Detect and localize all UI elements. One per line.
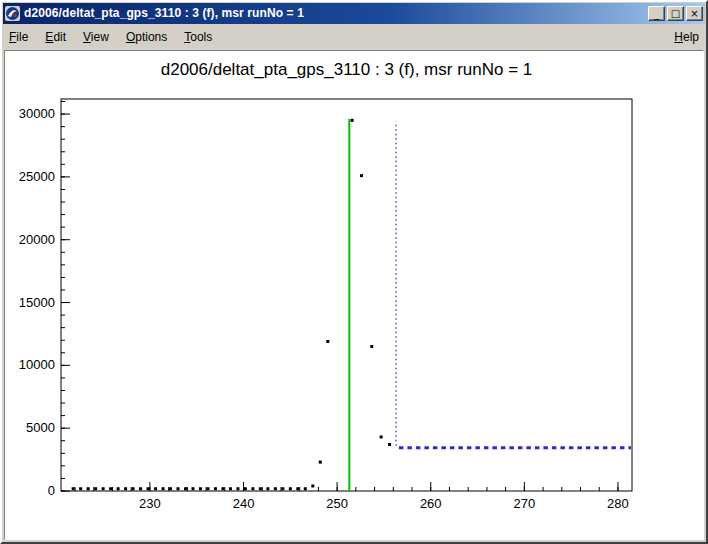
data-point — [139, 487, 142, 490]
minimize-button[interactable]: _ — [648, 6, 665, 21]
close-button[interactable]: × — [686, 6, 703, 21]
data-point — [266, 487, 269, 490]
data-point — [79, 487, 82, 490]
x-tick-label: 230 — [139, 496, 161, 511]
root-canvas-window: d2006/deltat_pta_gps_3110 : 3 (f), msr r… — [0, 0, 708, 544]
window-title: d2006/deltat_pta_gps_3110 : 3 (f), msr r… — [24, 3, 644, 24]
data-point — [87, 487, 90, 490]
y-tick-label: 30000 — [19, 106, 55, 121]
menubar: File Edit View Options Tools Help — [2, 25, 706, 48]
data-point — [244, 487, 247, 490]
menu-help-label: elp — [683, 30, 699, 44]
menu-options[interactable]: Options — [126, 30, 167, 44]
x-tick-label: 260 — [420, 496, 442, 511]
menu-edit[interactable]: Edit — [45, 30, 66, 44]
menu-view-accel: V — [83, 30, 91, 44]
data-point — [351, 119, 354, 122]
data-point — [109, 487, 112, 490]
y-tick-label: 20000 — [19, 232, 55, 247]
data-point — [102, 487, 105, 490]
data-point — [319, 461, 322, 464]
data-point — [370, 345, 373, 348]
data-point — [147, 487, 150, 490]
y-tick-label: 10000 — [19, 357, 55, 372]
data-point — [117, 487, 120, 490]
data-point — [281, 487, 284, 490]
data-point — [380, 435, 383, 438]
data-point — [162, 487, 165, 490]
data-point — [311, 484, 314, 487]
menu-view-label: iew — [91, 30, 109, 44]
menu-tools-label: ools — [190, 30, 212, 44]
data-point — [289, 487, 292, 490]
data-point — [259, 487, 262, 490]
data-point — [154, 487, 157, 490]
titlebar[interactable]: d2006/deltat_pta_gps_3110 : 3 (f), msr r… — [3, 3, 705, 24]
menu-edit-label: dit — [53, 30, 66, 44]
x-tick-label: 250 — [326, 496, 348, 511]
root-logo-icon — [5, 6, 20, 21]
data-point — [72, 487, 75, 490]
data-point — [274, 487, 277, 490]
menu-options-label: ptions — [135, 30, 167, 44]
x-tick-label: 240 — [233, 496, 255, 511]
data-point — [388, 443, 391, 446]
data-point — [132, 487, 135, 490]
data-point — [184, 487, 187, 490]
y-tick-label: 5000 — [26, 420, 55, 435]
data-point — [94, 487, 97, 490]
menu-help[interactable]: Help — [674, 30, 699, 44]
data-point — [304, 487, 307, 490]
y-tick-label: 0 — [48, 483, 55, 498]
data-point — [191, 487, 194, 490]
plot-title: d2006/deltat_pta_gps_3110 : 3 (f), msr r… — [161, 60, 533, 79]
data-point — [221, 487, 224, 490]
data-point — [251, 487, 254, 490]
window-controls: _ □ × — [648, 6, 703, 21]
data-point — [124, 487, 127, 490]
x-tick-label: 270 — [514, 496, 536, 511]
data-point — [206, 487, 209, 490]
menu-view[interactable]: View — [83, 30, 109, 44]
plot-frame — [61, 99, 632, 491]
data-point — [360, 174, 363, 177]
data-point — [296, 487, 299, 490]
histogram-plot[interactable]: d2006/deltat_pta_gps_3110 : 3 (f), msr r… — [5, 51, 703, 540]
menu-help-accel: H — [674, 30, 683, 44]
canvas-area[interactable]: d2006/deltat_pta_gps_3110 : 3 (f), msr r… — [4, 50, 704, 540]
menu-tools[interactable]: Tools — [184, 30, 212, 44]
menu-file[interactable]: File — [9, 30, 28, 44]
menu-file-label: ile — [16, 30, 28, 44]
x-tick-label: 280 — [607, 496, 629, 511]
menu-options-accel: O — [126, 30, 135, 44]
data-point — [199, 487, 202, 490]
data-point — [177, 487, 180, 490]
y-tick-label: 25000 — [19, 169, 55, 184]
data-point — [236, 487, 239, 490]
maximize-button[interactable]: □ — [667, 6, 684, 21]
data-point — [169, 487, 172, 490]
data-point — [326, 340, 329, 343]
data-point — [229, 487, 232, 490]
y-tick-label: 15000 — [19, 295, 55, 310]
data-point — [214, 487, 217, 490]
